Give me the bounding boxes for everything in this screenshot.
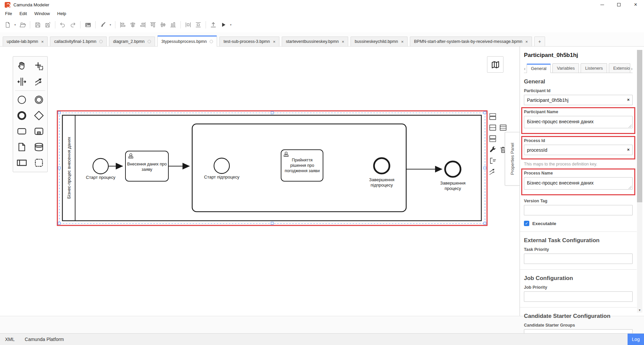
subprocess-end-event[interactable] (374, 158, 389, 174)
format-tool-button[interactable] (98, 20, 108, 30)
log-button[interactable]: Log (628, 334, 644, 345)
tab-3typessubprocess-active[interactable]: 3typessubprocess.bpmn (157, 36, 217, 47)
align-top-button[interactable] (148, 20, 158, 30)
tab-test-sub-process-3[interactable]: test-sub-process-3.bpmn × (219, 37, 279, 46)
create-data-store[interactable] (30, 139, 47, 155)
replace-element-button[interactable] (488, 145, 497, 154)
tab-callactivityfinal-1[interactable]: callactivityfinal-1.bpmn (50, 37, 107, 46)
tab-diagram-2[interactable]: diagram_2.bpmn (109, 37, 155, 46)
save-as-button[interactable] (43, 20, 53, 30)
lasso-tool[interactable] (30, 58, 47, 74)
create-end-event[interactable] (13, 108, 30, 123)
lane-insert-below-button[interactable] (488, 134, 497, 143)
properties-tab-extensions[interactable]: Extensions (609, 63, 630, 73)
menu-item-window[interactable]: Window (31, 11, 53, 16)
distribute-horizontally-button[interactable] (183, 20, 193, 30)
tab-unsaved-icon[interactable] (210, 40, 213, 43)
deploy-button[interactable] (208, 20, 218, 30)
participant-id-input[interactable] (524, 95, 633, 105)
open-file-button[interactable] (17, 20, 28, 30)
create-group[interactable] (30, 155, 47, 170)
align-middle-button[interactable] (158, 20, 168, 30)
data-object-icon (17, 142, 27, 152)
align-left-button[interactable] (118, 20, 128, 30)
close-button[interactable]: × (627, 0, 644, 9)
align-bottom-button[interactable] (168, 20, 178, 30)
tab-close-icon[interactable]: × (273, 40, 276, 44)
participant-name-input[interactable]: Бізнес-процес внесення даних (524, 116, 633, 128)
process-id-input[interactable] (524, 145, 633, 155)
version-tag-input[interactable] (524, 205, 633, 215)
tab-close-icon[interactable]: × (401, 40, 404, 44)
engine-profile-button[interactable]: Camunda Platform (15, 337, 64, 342)
minimize-button[interactable] (594, 0, 610, 9)
hand-tool[interactable] (13, 58, 30, 74)
tab-bpmn-start-after-system-task[interactable]: BPMN-start-after-system-task-by-received… (410, 37, 532, 46)
create-gateway[interactable] (30, 108, 47, 123)
redo-button[interactable] (68, 20, 78, 30)
start-caret-button[interactable]: ▾ (228, 20, 233, 30)
undo-button[interactable] (58, 20, 68, 30)
scrollbar-thumb[interactable] (637, 50, 642, 202)
align-right-button[interactable] (138, 20, 148, 30)
lane-divide-three-button[interactable] (499, 123, 507, 132)
properties-panel-toggle[interactable]: Properties Panel (505, 132, 520, 186)
connect-tool-button[interactable] (488, 167, 497, 176)
align-bottom-icon (170, 21, 176, 28)
scrollbar-down-icon[interactable]: ▾ (637, 308, 642, 312)
tab-close-icon[interactable]: × (41, 40, 44, 44)
minimap-toggle-button[interactable] (487, 56, 503, 73)
tab-unsaved-icon[interactable] (148, 40, 151, 43)
new-tab-button[interactable]: + (534, 37, 545, 46)
lane-insert-above-button[interactable] (488, 112, 497, 121)
tab-close-icon[interactable]: × (342, 40, 344, 44)
start-process-instance-button[interactable] (218, 20, 228, 30)
create-intermediate-event[interactable] (30, 92, 47, 108)
subprocess-start-event[interactable] (214, 158, 229, 174)
properties-tab-general[interactable]: General (527, 64, 551, 73)
lane-divide-two-button[interactable] (488, 123, 497, 132)
maximize-button[interactable] (610, 0, 627, 9)
global-connect-tool[interactable] (30, 74, 47, 89)
tabs-scroll-right-icon[interactable]: › (630, 66, 633, 73)
process-name-input[interactable]: Бізнес-процес внесення даних (524, 177, 633, 190)
create-subprocess[interactable] (30, 123, 47, 139)
tab-bussineskeychild[interactable]: bussineskeychild.bpmn × (351, 37, 408, 46)
resize-grip-icon[interactable] (629, 125, 632, 128)
task-priority-input[interactable] (524, 254, 633, 264)
export-image-button[interactable] (83, 20, 93, 30)
append-text-annotation-button[interactable] (488, 156, 497, 165)
menu-item-file[interactable]: File (1, 11, 16, 16)
camunda-logo-icon (5, 2, 10, 8)
executable-checkbox[interactable]: ✓ (524, 221, 529, 226)
tab-starteventbussineskey[interactable]: starteventbussineskey.bpmn × (282, 37, 348, 46)
start-event[interactable] (93, 158, 108, 174)
save-button[interactable] (33, 20, 43, 30)
bpmn-canvas[interactable]: Бізнес-процес внесення даних Старт проце… (0, 47, 519, 316)
tab-unsaved-icon[interactable] (99, 40, 103, 43)
resize-grip-icon[interactable] (629, 186, 632, 189)
create-data-object[interactable] (13, 139, 30, 155)
create-task[interactable] (13, 123, 30, 139)
clear-input-icon[interactable]: × (627, 97, 630, 102)
space-tool[interactable] (13, 74, 30, 89)
tab-update-lab[interactable]: update-lab.bpmn × (3, 37, 48, 46)
format-caret-button[interactable]: ▾ (108, 20, 113, 30)
create-start-event[interactable] (13, 92, 30, 108)
distribute-vertically-button[interactable] (193, 20, 203, 30)
xml-view-button[interactable]: XML (0, 337, 15, 342)
new-file-button[interactable] (3, 20, 13, 30)
new-file-caret-button[interactable]: ▾ (13, 20, 17, 30)
create-participant[interactable] (13, 155, 30, 170)
properties-tab-variables[interactable]: Variables (552, 63, 579, 73)
end-event[interactable] (445, 161, 461, 177)
panel-scrollbar[interactable]: ▾ (637, 50, 642, 313)
align-center-vertical-button[interactable] (128, 20, 138, 30)
tab-close-icon[interactable]: × (525, 40, 528, 44)
properties-tab-listeners[interactable]: Listeners (581, 63, 607, 73)
tabs-scroll-left-icon[interactable]: ‹ (524, 66, 527, 73)
menu-item-help[interactable]: Help (54, 11, 70, 16)
clear-input-icon[interactable]: × (627, 147, 630, 152)
job-priority-input[interactable] (524, 291, 633, 302)
menu-item-edit[interactable]: Edit (16, 11, 31, 16)
